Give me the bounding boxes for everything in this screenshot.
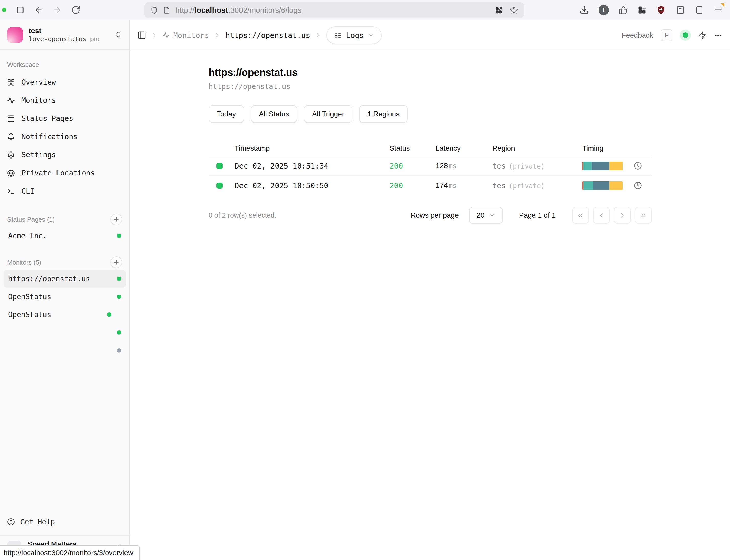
menu-hamburger-icon[interactable] bbox=[714, 5, 723, 15]
cell-timing bbox=[578, 162, 652, 170]
table-footer: 0 of 2 row(s) selected. Rows per page 20… bbox=[209, 207, 652, 224]
selection-summary: 0 of 2 row(s) selected. bbox=[209, 211, 277, 219]
bell-icon bbox=[7, 133, 15, 141]
page-subtitle: https://openstat.us bbox=[209, 82, 730, 91]
main-panel: Monitors https://openstat.us Logs Feedba… bbox=[130, 20, 730, 560]
window-icon[interactable] bbox=[16, 5, 25, 15]
ublock-icon[interactable]: ub bbox=[656, 5, 666, 15]
address-bar[interactable]: http://localhost:3002/monitors/6/logs bbox=[144, 2, 524, 18]
chevron-down-icon bbox=[368, 32, 374, 38]
monitor-item[interactable] bbox=[4, 323, 126, 341]
col-status[interactable]: Status bbox=[385, 144, 431, 152]
chevron-right-icon bbox=[151, 32, 158, 38]
sidebar-item-monitors[interactable]: Monitors bbox=[7, 91, 122, 109]
back-button[interactable] bbox=[34, 5, 43, 15]
downloads-icon[interactable] bbox=[580, 5, 589, 15]
col-latency[interactable]: Latency bbox=[431, 144, 488, 152]
chevrons-up-down-icon bbox=[115, 31, 122, 39]
timing-segment-ttfb bbox=[609, 181, 623, 190]
logs-list-icon bbox=[334, 31, 342, 39]
clock-icon[interactable] bbox=[634, 182, 642, 189]
forward-button[interactable] bbox=[53, 5, 62, 15]
sidebar-toggle-button[interactable] bbox=[138, 31, 146, 40]
activity-icon bbox=[7, 97, 15, 104]
page-info-icon[interactable] bbox=[163, 7, 170, 14]
shield-icon[interactable] bbox=[151, 7, 158, 14]
feedback-shortcut-key: F bbox=[661, 29, 672, 41]
container-tabs-icon[interactable] bbox=[676, 5, 685, 15]
filter-trigger[interactable]: All Trigger bbox=[304, 105, 353, 123]
workspace-section-label: Workspace bbox=[7, 61, 122, 69]
sidebar-item-status-pages[interactable]: Status Pages bbox=[7, 109, 122, 128]
filter-status[interactable]: All Status bbox=[251, 105, 297, 123]
chevron-right-icon bbox=[214, 32, 220, 38]
cell-status: 200 bbox=[385, 162, 431, 170]
page-indicator: Page 1 of 1 bbox=[519, 211, 556, 219]
help-circle-icon bbox=[7, 518, 15, 526]
status-page-item[interactable]: Acme Inc. bbox=[4, 227, 126, 245]
get-help-link[interactable]: Get Help bbox=[7, 513, 122, 531]
monitor-item[interactable]: OpenStatus bbox=[4, 306, 126, 323]
cell-timestamp: Dec 02, 2025 10:51:34 bbox=[231, 162, 385, 170]
tab-grid-icon[interactable] bbox=[495, 6, 503, 14]
table-header: Timestamp Status Latency Region Timing bbox=[209, 141, 652, 156]
col-timing[interactable]: Timing bbox=[578, 144, 652, 152]
logs-table: Timestamp Status Latency Region Timing D… bbox=[209, 141, 652, 195]
last-page-button[interactable] bbox=[635, 207, 652, 224]
table-row[interactable]: Dec 02, 2025 10:50:50 200 174ms tes(priv… bbox=[209, 175, 652, 195]
cell-status: 200 bbox=[385, 181, 431, 190]
svg-text:ub: ub bbox=[659, 7, 663, 11]
next-page-button[interactable] bbox=[614, 207, 631, 224]
more-options-button[interactable] bbox=[714, 31, 722, 39]
status-pulse-dot bbox=[683, 32, 688, 38]
bookmark-star-icon[interactable] bbox=[510, 6, 518, 14]
profile-avatar[interactable]: T bbox=[599, 5, 609, 15]
status-pages-section-header: Status Pages (1) bbox=[7, 212, 122, 227]
table-row[interactable]: Dec 02, 2025 10:51:34 200 128ms tes(priv… bbox=[209, 156, 652, 175]
reload-button[interactable] bbox=[71, 5, 81, 15]
url-text[interactable]: http://localhost:3002/monitors/6/logs bbox=[175, 6, 302, 15]
breadcrumb-monitor-name[interactable]: https://openstat.us bbox=[226, 31, 310, 40]
filter-date[interactable]: Today bbox=[209, 105, 244, 123]
filter-regions[interactable]: 1 Regions bbox=[359, 105, 408, 123]
chevron-left-icon bbox=[598, 212, 605, 219]
link-preview-statusbar: http://localhost:3002/monitors/3/overvie… bbox=[0, 545, 140, 560]
workspace-slug: love-openstatus pro bbox=[29, 35, 99, 43]
panel-top-icon bbox=[7, 115, 15, 122]
device-icon[interactable] bbox=[695, 5, 704, 15]
extensions-icon[interactable] bbox=[637, 5, 647, 15]
add-monitor-button[interactable] bbox=[110, 256, 122, 268]
workspace-switcher[interactable]: test love-openstatus pro bbox=[0, 20, 129, 50]
monitor-item[interactable] bbox=[4, 341, 126, 359]
traffic-light-green[interactable] bbox=[2, 8, 6, 12]
sidebar-item-notifications[interactable]: Notifications bbox=[7, 128, 122, 146]
first-page-button[interactable] bbox=[572, 207, 589, 224]
breadcrumb-monitors[interactable]: Monitors bbox=[163, 31, 209, 40]
row-status-square bbox=[217, 163, 223, 169]
add-status-page-button[interactable] bbox=[110, 214, 122, 225]
zap-icon[interactable] bbox=[698, 31, 706, 39]
col-timestamp[interactable]: Timestamp bbox=[231, 144, 385, 152]
sidebar-nav: Overview Monitors Status Pages Notificat… bbox=[7, 73, 122, 200]
rows-per-page-select[interactable]: 20 bbox=[469, 207, 503, 224]
sidebar-item-overview[interactable]: Overview bbox=[7, 73, 122, 91]
page-content: https://openstat.us https://openstat.us … bbox=[130, 50, 730, 224]
prev-page-button[interactable] bbox=[593, 207, 610, 224]
monitor-item[interactable]: https://openstat.us bbox=[4, 270, 126, 288]
plus-icon bbox=[113, 259, 120, 266]
status-dot bbox=[117, 277, 121, 281]
timing-segment-ttfb bbox=[609, 162, 623, 170]
thumbs-up-extension-icon[interactable] bbox=[619, 5, 628, 15]
sidebar-item-private-locations[interactable]: Private Locations bbox=[7, 164, 122, 182]
timing-bar bbox=[582, 162, 623, 170]
terminal-icon bbox=[7, 187, 15, 195]
status-dot bbox=[117, 234, 121, 238]
monitor-item[interactable]: OpenStatus bbox=[4, 288, 126, 306]
sidebar-item-settings[interactable]: Settings bbox=[7, 146, 122, 164]
feedback-button[interactable]: Feedback bbox=[622, 31, 653, 39]
view-selector-logs[interactable]: Logs bbox=[327, 26, 381, 44]
app-header: Monitors https://openstat.us Logs Feedba… bbox=[130, 20, 730, 50]
sidebar-item-cli[interactable]: CLI bbox=[7, 182, 122, 200]
col-region[interactable]: Region bbox=[488, 144, 578, 152]
clock-icon[interactable] bbox=[634, 162, 642, 170]
